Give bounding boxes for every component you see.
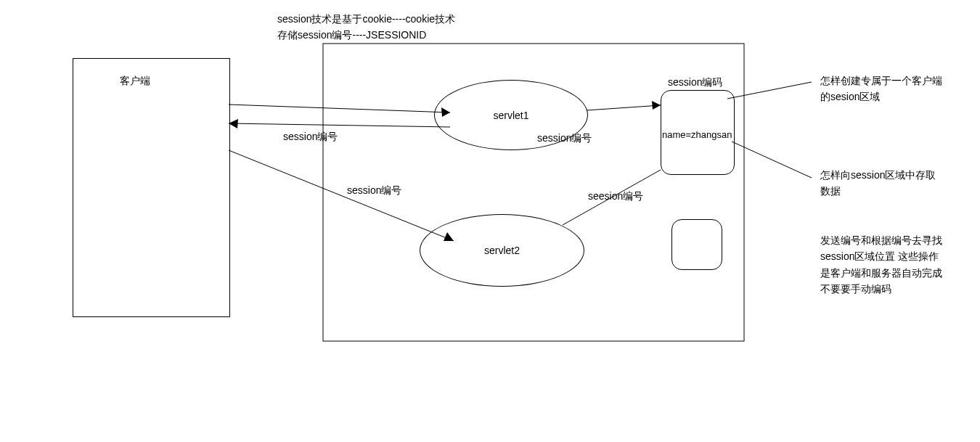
client-box xyxy=(73,58,230,317)
servlet2-label: servlet2 xyxy=(484,245,520,256)
servlet1-label: servlet1 xyxy=(493,110,528,121)
note-1: 怎样创建专属于一个客户端的sesion区域 xyxy=(820,73,944,105)
svg-line-1 xyxy=(229,105,450,112)
label-servlet1-to-area: session编号 xyxy=(537,132,592,145)
svg-line-7 xyxy=(229,150,454,241)
note-3: 发送编号和根据编号去寻找session区域位置 这些操作是客户端和服务器自动完成… xyxy=(820,232,944,298)
session-area-value: name=zhangsan xyxy=(662,129,732,140)
label-response-session-no: session编号 xyxy=(283,131,338,144)
servlet2-node: servlet2 xyxy=(420,214,584,287)
title-line-2: 存储session编号----JSESSIONID xyxy=(277,29,426,42)
svg-marker-6 xyxy=(652,101,661,110)
svg-line-10 xyxy=(727,82,812,99)
title-line-1: session技术是基于cookie----cookie技术 xyxy=(277,13,455,26)
session-area-header: session编码 xyxy=(668,76,722,89)
client-label: 客户端 xyxy=(120,75,150,88)
svg-line-11 xyxy=(732,142,812,178)
label-servlet2-to-area: seesion编号 xyxy=(588,190,643,203)
svg-line-3 xyxy=(229,123,450,127)
svg-line-5 xyxy=(587,105,661,110)
note-2: 怎样向session区域中存取数据 xyxy=(820,167,944,200)
label-request2-session-no: session编号 xyxy=(347,184,401,197)
session-area-box-secondary xyxy=(671,219,722,270)
